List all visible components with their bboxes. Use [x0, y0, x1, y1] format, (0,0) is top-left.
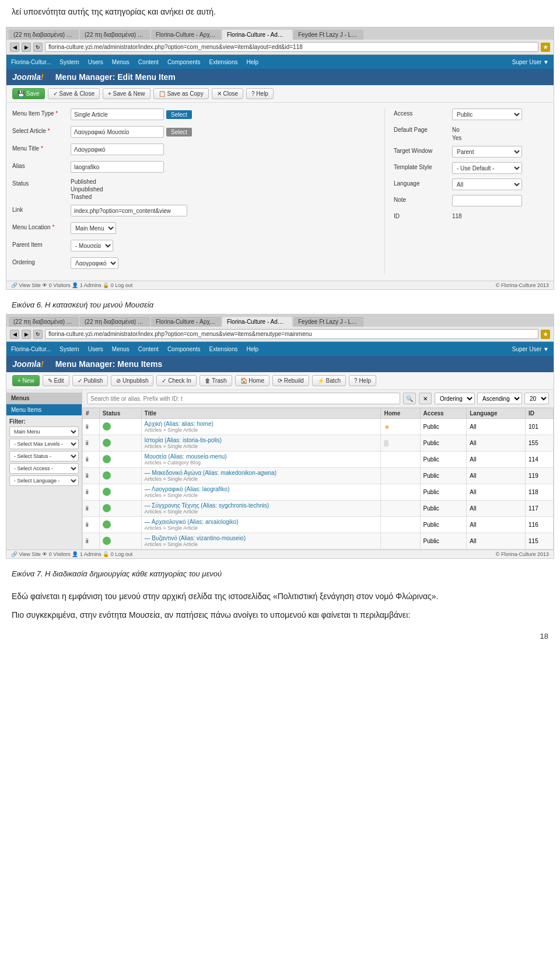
address-field-2[interactable]: florina-culture.yzi.me/administrator/ind… — [45, 329, 538, 339]
new-button[interactable]: + New — [12, 375, 40, 386]
item-title-text[interactable]: Μουσεία (Alias: mouseία-menu) — [145, 453, 378, 460]
help-button[interactable]: ? Help — [246, 88, 274, 99]
tab-2-3[interactable]: Florina-Culture - Αρχη ✕ — [151, 317, 221, 327]
tab-1-1[interactable]: (22 πη διαβασμένα) - elen ✕ — [9, 30, 79, 40]
topbar2-help[interactable]: Help — [247, 346, 259, 352]
address-field-1[interactable]: florina-culture.yzi.me/administrator/ind… — [45, 42, 538, 52]
publish-button[interactable]: ✓ Publish — [72, 375, 108, 386]
col-id[interactable]: ID — [526, 408, 554, 419]
item-title-text[interactable]: Ιστορία (Alias: istoria-tis-polis) — [145, 437, 378, 443]
topbar2-extensions[interactable]: Extensions — [209, 346, 238, 352]
reload-button[interactable]: ↻ — [33, 43, 43, 52]
search-button[interactable]: 🔍 — [403, 393, 416, 404]
parent-item-select[interactable]: - Μουσεία — [71, 240, 113, 251]
checkin-button[interactable]: ✓ Check In — [156, 375, 196, 386]
topbar-user-1[interactable]: Super User ▼ — [512, 59, 549, 65]
batch-button[interactable]: ⚡ Batch — [312, 375, 346, 386]
topbar-site[interactable]: Florina-Cultur... — [11, 59, 51, 65]
topbar2-system[interactable]: System — [60, 346, 79, 352]
menu-location-select[interactable]: Main Menu — [71, 222, 116, 234]
tab-1-5[interactable]: Feydee Ft Lazy J - La ✕ — [293, 30, 363, 40]
topbar-content[interactable]: Content — [138, 59, 159, 65]
topbar-components[interactable]: Components — [167, 59, 201, 65]
ordering-field-select[interactable]: Ordering — [435, 393, 475, 404]
item-title-text[interactable]: Αρχική (Alias: alias: home) — [145, 421, 378, 427]
tab-1-3[interactable]: Florina-Culture - Αρχη ✕ — [151, 30, 221, 40]
target-window-select[interactable]: Parent — [452, 146, 522, 158]
sidebar-item-menu-items[interactable]: Menu Items — [6, 404, 82, 415]
back-button[interactable]: ◀ — [10, 43, 19, 52]
back-button-2[interactable]: ◀ — [10, 330, 19, 339]
save-close-button[interactable]: ✓ Save & Close — [48, 88, 100, 99]
target-window-row: Target Window Parent — [394, 146, 548, 158]
unpublish-button[interactable]: ⊘ Unpublish — [111, 375, 153, 386]
levels-filter[interactable]: - Select Max Levels - — [9, 439, 79, 449]
topbar-system[interactable]: System — [60, 59, 79, 65]
trash-button[interactable]: 🗑 Trash — [200, 375, 232, 386]
clear-search-button[interactable]: ✕ — [419, 393, 432, 404]
item-title-text[interactable]: — Λαογραφικό (Alias: laografiko) — [145, 486, 378, 492]
status-published-icon — [103, 455, 111, 463]
tab-2-4[interactable]: Florina-Culture - Admini ✕ — [222, 317, 292, 327]
help-button-2[interactable]: ? Help — [349, 375, 376, 386]
link-input[interactable] — [71, 205, 187, 216]
topbar2-content[interactable]: Content — [138, 346, 159, 352]
topbar2-site[interactable]: Florina-Cultur... — [11, 346, 51, 352]
topbar-extensions[interactable]: Extensions — [209, 59, 238, 65]
tab-close-5[interactable]: ✕ — [359, 32, 363, 38]
note-input[interactable] — [452, 195, 522, 207]
ordering-select[interactable]: Λαογραφικό — [71, 257, 118, 269]
tab-close-3[interactable]: ✕ — [217, 32, 221, 38]
menu-filter[interactable]: Main Menu — [9, 426, 79, 437]
home-button[interactable]: 🏠 Home — [235, 375, 270, 386]
tab-1-4[interactable]: Florina-Culture - Admini ✕ — [222, 30, 292, 40]
col-language[interactable]: Language — [467, 408, 526, 419]
tab2-close-3[interactable]: ✕ — [217, 319, 221, 325]
status-filter[interactable]: - Select Status - — [9, 451, 79, 461]
save-new-button[interactable]: + Save & New — [103, 88, 150, 99]
save-copy-button[interactable]: 📋 Save as Copy — [153, 88, 209, 99]
language-select[interactable]: All — [452, 179, 522, 190]
item-title-text[interactable]: — Βυζαντινό (Alias: vizantino-mouseio) — [145, 535, 378, 541]
menu-item-type-input[interactable] — [71, 109, 164, 120]
tab-1-2[interactable]: (22 πη διαβασμένα) - elen ✕ — [80, 30, 150, 40]
edit-button[interactable]: ✎ Edit — [43, 375, 69, 386]
search-input[interactable] — [87, 393, 400, 404]
item-title-text[interactable]: — Αρχαιολογικό (Alias: arxaiologiko) — [145, 519, 378, 525]
alias-input[interactable] — [71, 161, 164, 173]
topbar2-components[interactable]: Components — [167, 346, 201, 352]
save-button[interactable]: 💾 Save — [12, 88, 45, 99]
tab-2-5[interactable]: Feydee Ft Lazy J - Laugh ✕ — [293, 317, 363, 327]
col-title[interactable]: Title — [141, 408, 381, 419]
forward-button[interactable]: ▶ — [22, 43, 31, 52]
topbar-help[interactable]: Help — [247, 59, 259, 65]
access-select[interactable]: Public — [452, 109, 522, 120]
col-access[interactable]: Access — [420, 408, 467, 419]
template-style-select[interactable]: - Use Default - — [452, 162, 522, 174]
forward-button-2[interactable]: ▶ — [22, 330, 31, 339]
ordering-direction-select[interactable]: Ascending — [477, 393, 522, 404]
reload-button-2[interactable]: ↻ — [33, 330, 43, 339]
menu-item-type-controls: Select — [71, 109, 373, 120]
item-title-text[interactable]: — Σύγχρονης Τέχνης (Alias: sygchronis-te… — [145, 502, 378, 509]
topbar-users[interactable]: Users — [88, 59, 103, 65]
topbar2-menus[interactable]: Menus — [112, 346, 130, 352]
select-article-btn[interactable]: Select — [166, 128, 192, 137]
body-section: Εδώ φαίνεται η εμφάνιση του μενού στην α… — [0, 583, 560, 629]
row-language: All — [467, 419, 526, 435]
topbar2-users[interactable]: Users — [88, 346, 103, 352]
tab-2-1[interactable]: (22 πη διαβασμένα) - elen ✕ — [9, 317, 79, 327]
item-title-text[interactable]: — Μακεδονικό Αγώνα (Alias: makedonikon-a… — [145, 470, 378, 476]
home-star-icon[interactable]: ★ — [384, 423, 390, 431]
per-page-select[interactable]: 20 — [524, 393, 549, 404]
select-article-input[interactable] — [71, 126, 164, 138]
close-button[interactable]: ✕ Close — [212, 88, 243, 99]
rebuild-button[interactable]: ⟳ Rebuild — [272, 375, 309, 386]
access-filter[interactable]: - Select Access - — [9, 463, 79, 474]
menu-item-type-select-btn[interactable]: Select — [166, 110, 192, 119]
menu-title-input[interactable] — [71, 144, 164, 155]
language-filter[interactable]: - Select Language - — [9, 475, 79, 486]
topbar-user-2[interactable]: Super User ▼ — [512, 346, 549, 352]
topbar-menus[interactable]: Menus — [112, 59, 130, 65]
tab-2-2[interactable]: (22 πη διαβασμένα) - elen ✕ — [80, 317, 150, 327]
